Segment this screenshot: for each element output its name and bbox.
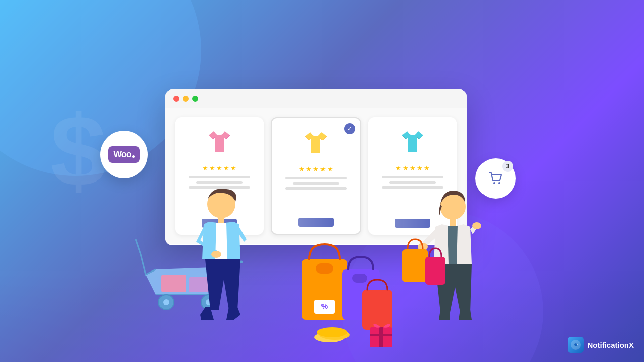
shirt-image-1 — [202, 124, 237, 159]
product-line — [293, 182, 339, 185]
svg-rect-27 — [450, 218, 456, 226]
person-with-cart — [116, 174, 247, 347]
product-line — [285, 187, 347, 190]
shopping-bags-group: % — [292, 219, 403, 352]
shirt-image-3 — [395, 124, 430, 159]
notificationx-text: NotificationX — [588, 341, 634, 349]
svg-point-12 — [211, 251, 221, 258]
browser-dot-green — [192, 96, 198, 102]
svg-rect-31 — [425, 257, 445, 285]
cart-count: 3 — [502, 161, 513, 172]
browser-dot-red — [173, 96, 179, 102]
woo-badge: Woo — [100, 131, 148, 178]
notificationx-logo: NotificationX — [568, 337, 634, 353]
svg-text:%: % — [321, 302, 328, 310]
browser-bar — [165, 89, 467, 108]
person-with-bags — [397, 176, 498, 349]
product-lines-2 — [278, 177, 354, 192]
svg-rect-30 — [403, 249, 428, 282]
svg-point-4 — [163, 299, 169, 305]
svg-rect-8 — [161, 275, 186, 292]
cart-icon — [487, 169, 505, 188]
cart-badge[interactable]: 3 — [475, 158, 516, 199]
browser-dot-yellow — [183, 96, 189, 102]
checkmark-icon: ✓ — [344, 123, 355, 134]
stars-1: ★ ★ ★ ★ ★ — [202, 164, 236, 172]
svg-rect-18 — [352, 274, 367, 283]
svg-point-1 — [498, 182, 500, 184]
svg-point-33 — [574, 343, 577, 346]
svg-rect-14 — [316, 263, 333, 274]
stars-2: ★ ★ ★ ★ ★ — [299, 165, 333, 173]
stars-3: ★ ★ ★ ★ ★ — [395, 164, 430, 172]
dollar-watermark: $ — [50, 101, 106, 201]
svg-rect-25 — [379, 327, 383, 347]
woo-dot — [132, 155, 135, 158]
svg-rect-19 — [362, 290, 392, 330]
svg-point-22 — [317, 327, 347, 337]
product-card-2[interactable]: ✓ ★ ★ ★ ★ ★ — [271, 117, 361, 235]
svg-point-29 — [472, 222, 481, 229]
shirt-image-2 — [298, 125, 334, 160]
product-line — [285, 177, 347, 179]
woo-text: Woo — [113, 149, 131, 160]
nx-icon — [568, 337, 584, 353]
svg-point-0 — [493, 182, 495, 184]
svg-rect-9 — [189, 277, 209, 292]
